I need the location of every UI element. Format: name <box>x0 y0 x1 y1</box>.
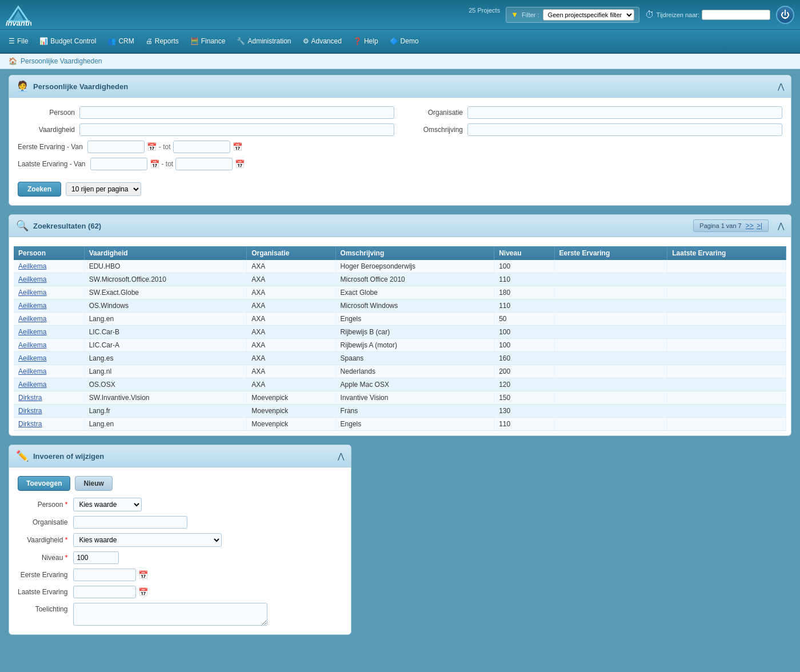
eerste-ervaring-tot-calendar-icon[interactable]: 📅 <box>233 142 242 151</box>
entry-niveau-label: Niveau * <box>18 554 67 562</box>
persoon-link[interactable]: Aeilkema <box>18 262 46 270</box>
power-button[interactable]: ⏻ <box>776 6 794 24</box>
cell-organisatie: AXA <box>247 313 335 326</box>
rows-per-page-select[interactable]: 10 rijen per pagina 25 rijen per pagina … <box>66 182 141 196</box>
filter-select[interactable]: Geen projectspecifiek filter <box>543 9 634 21</box>
nav-item-reports[interactable]: 🖨 Reports <box>140 34 185 49</box>
eerste-ervaring-date: 📅 - tot 📅 <box>87 141 242 153</box>
cell-organisatie: AXA <box>247 273 335 286</box>
entry-eerste-cal-icon[interactable]: 📅 <box>138 570 148 579</box>
persoon-link[interactable]: Aeilkema <box>18 381 46 389</box>
persoon-link[interactable]: Aeilkema <box>18 367 46 375</box>
organisatie-input[interactable] <box>467 106 782 119</box>
cell-omschrijving: Invantive Vision <box>335 391 494 405</box>
eerste-ervaring-van-calendar-icon[interactable]: 📅 <box>147 142 157 151</box>
cell-persoon: Dirkstra <box>14 405 84 418</box>
persoon-required: * <box>65 501 68 509</box>
cell-omschrijving: Microsoft Windows <box>335 299 494 313</box>
cell-organisatie: Moevenpick <box>247 418 335 431</box>
results-panel-collapse[interactable]: ⋀ <box>778 221 784 230</box>
laatste-ervaring-date: 📅 - tot 📅 <box>90 158 245 170</box>
cell-eerste-ervaring <box>554 352 667 365</box>
entry-panel-collapse[interactable]: ⋀ <box>338 451 344 461</box>
laatste-ervaring-van-calendar-icon[interactable]: 📅 <box>150 159 159 169</box>
laatste-ervaring-tot-input[interactable] <box>175 158 233 170</box>
cell-laatste-ervaring <box>667 391 786 405</box>
cell-organisatie: AXA <box>247 352 335 365</box>
reports-nav-icon: 🖨 <box>146 37 153 45</box>
nav-item-administration[interactable]: 🔧 Administration <box>231 34 297 49</box>
persoon-label: Persoon <box>18 109 75 117</box>
entry-niveau-input[interactable] <box>73 551 119 564</box>
svg-text:invantive: invantive <box>6 19 31 26</box>
cell-persoon: Aeilkema <box>14 326 84 339</box>
persoon-link[interactable]: Aeilkema <box>18 354 46 362</box>
cell-laatste-ervaring <box>667 313 786 326</box>
persoon-link[interactable]: Dirkstra <box>18 407 42 415</box>
persoon-link[interactable]: Aeilkema <box>18 302 46 310</box>
cell-omschrijving: Rijbewijs B (car) <box>335 326 494 339</box>
entry-laatste-ervaring-row: 📅 <box>73 586 303 598</box>
persoon-link[interactable]: Aeilkema <box>18 315 46 323</box>
table-row: Aeilkema SW.Microsoft.Office.2010 AXA Mi… <box>14 273 786 286</box>
cell-eerste-ervaring <box>554 326 667 339</box>
search-panel-collapse[interactable]: ⋀ <box>778 82 784 91</box>
cell-eerste-ervaring <box>554 299 667 313</box>
cell-omschrijving: Frans <box>335 405 494 418</box>
persoon-input[interactable] <box>79 106 394 119</box>
persoon-link[interactable]: Dirkstra <box>18 394 42 402</box>
results-panel-title: Zoekresultaten (62) <box>33 222 689 230</box>
cell-niveau: 100 <box>494 326 554 339</box>
cell-niveau: 110 <box>494 299 554 313</box>
table-row: Aeilkema Lang.nl AXA Nederlands 200 <box>14 365 786 378</box>
nav-item-advanced[interactable]: ⚙ Advanced <box>297 34 347 49</box>
zoeken-button[interactable]: Zoeken <box>18 182 61 197</box>
nav-advanced-label: Advanced <box>311 37 342 45</box>
entry-eerste-ervaring-input[interactable] <box>73 569 136 581</box>
toevoegen-button[interactable]: Toevoegen <box>18 476 70 491</box>
nav-admin-label: Administration <box>247 37 291 45</box>
persoon-link[interactable]: Aeilkema <box>18 275 46 283</box>
entry-organisatie-input[interactable] <box>73 516 187 529</box>
nav-item-help[interactable]: ❓ Help <box>347 34 384 49</box>
cell-persoon: Aeilkema <box>14 365 84 378</box>
persoon-link[interactable]: Aeilkema <box>18 341 46 349</box>
entry-vaardigheid-select[interactable]: Kies waarde <box>73 533 222 547</box>
persoon-link[interactable]: Aeilkema <box>18 289 46 297</box>
vaardigheid-label: Vaardigheid <box>18 126 75 134</box>
entry-laatste-cal-icon[interactable]: 📅 <box>138 587 148 597</box>
help-nav-icon: ❓ <box>353 37 362 45</box>
laatste-ervaring-tot-calendar-icon[interactable]: 📅 <box>235 159 245 169</box>
table-row: Dirkstra Lang.en Moevenpick Engels 110 <box>14 418 786 431</box>
persoon-link[interactable]: Aeilkema <box>18 328 46 336</box>
tijdreizen-area: ⏱ Tijdreizen naar: <box>645 10 770 20</box>
laatste-ervaring-van-input[interactable] <box>90 158 147 170</box>
entry-laatste-ervaring-input[interactable] <box>73 586 136 598</box>
cell-omschrijving: Engels <box>335 313 494 326</box>
eerste-ervaring-van-input[interactable] <box>87 141 145 153</box>
table-row: Dirkstra SW.Invantive.Vision Moevenpick … <box>14 391 786 405</box>
nav-item-file[interactable]: ☰ File <box>3 34 34 49</box>
nav-item-demo[interactable]: 🔷 Demo <box>384 34 425 49</box>
pagination-next[interactable]: >> <box>746 222 754 230</box>
nav-item-crm[interactable]: 👥 CRM <box>102 34 139 49</box>
search-form: Persoon Vaardigheid Eerste Ervaring - Va… <box>18 106 782 175</box>
persoon-link[interactable]: Dirkstra <box>18 420 42 428</box>
nav-item-budget-control[interactable]: 📊 Budget Control <box>34 34 102 49</box>
nieuw-button[interactable]: Nieuw <box>75 476 112 491</box>
pagination-end[interactable]: >| <box>757 222 762 230</box>
table-row: Aeilkema LIC.Car-B AXA Rijbewijs B (car)… <box>14 326 786 339</box>
vaardigheid-input[interactable] <box>79 123 394 136</box>
cell-omschrijving: Microsoft Office 2010 <box>335 273 494 286</box>
nav-item-finance[interactable]: 🧮 Finance <box>185 34 231 49</box>
table-row: Aeilkema Lang.en AXA Engels 50 <box>14 313 786 326</box>
cell-eerste-ervaring <box>554 378 667 391</box>
omschrijving-input[interactable] <box>467 123 782 136</box>
eerste-ervaring-tot-input[interactable] <box>173 141 230 153</box>
entry-persoon-select[interactable]: Kies waarde <box>73 498 142 511</box>
cell-persoon: Aeilkema <box>14 286 84 299</box>
entry-toelichting-textarea[interactable] <box>73 603 267 626</box>
cell-organisatie: AXA <box>247 286 335 299</box>
cell-laatste-ervaring <box>667 339 786 352</box>
tijdreizen-input[interactable] <box>702 10 770 20</box>
